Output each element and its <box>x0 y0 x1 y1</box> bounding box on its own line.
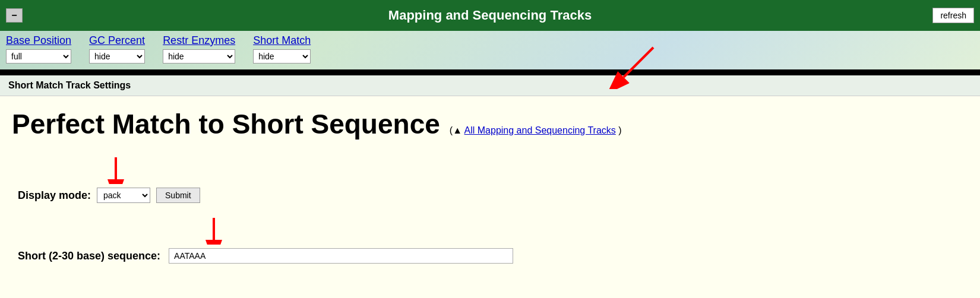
track-item-base-position: Base Position full hide dense <box>6 34 71 64</box>
title-link-group: (▲ All Mapping and Sequencing Tracks ) <box>450 125 622 136</box>
minus-icon: − <box>11 10 17 21</box>
collapse-button[interactable]: − <box>6 8 23 23</box>
display-mode-row: Display mode: pack hide dense full Submi… <box>18 188 968 203</box>
track-label-restr-enzymes[interactable]: Restr Enzymes <box>163 34 235 47</box>
arrow-sequence <box>196 215 232 245</box>
header-bar: − Mapping and Sequencing Tracks refresh <box>0 0 980 31</box>
page-title-row: Perfect Match to Short Sequence (▲ All M… <box>12 108 968 140</box>
title-link-suffix: ) <box>618 125 621 135</box>
track-item-gc-percent: GC Percent hide dense full <box>89 34 145 64</box>
track-select-restr-enzymes[interactable]: hide dense full <box>163 49 235 64</box>
track-select-base-position[interactable]: full hide dense <box>6 49 71 64</box>
refresh-button[interactable]: refresh <box>932 8 974 23</box>
header-title: Mapping and Sequencing Tracks <box>388 8 592 23</box>
settings-header: Short Match Track Settings <box>0 75 980 96</box>
page-title: Perfect Match to Short Sequence <box>12 108 440 140</box>
title-link-prefix: (▲ <box>450 125 462 135</box>
sequence-row: Short (2-30 base) sequence: <box>18 248 968 264</box>
track-label-base-position[interactable]: Base Position <box>6 34 71 47</box>
track-select-short-match[interactable]: hide dense full pack <box>253 49 311 64</box>
arrow-sequence-container <box>196 215 968 247</box>
display-mode-label: Display mode: <box>18 189 91 202</box>
main-content: Perfect Match to Short Sequence (▲ All M… <box>0 96 980 298</box>
all-tracks-link[interactable]: All Mapping and Sequencing Tracks <box>464 125 616 135</box>
sequence-label: Short (2-30 base) sequence: <box>18 250 160 262</box>
submit-button[interactable]: Submit <box>156 188 200 203</box>
sequence-input[interactable] <box>169 248 513 264</box>
track-controls: Base Position full hide dense GC Percent… <box>0 31 980 69</box>
track-select-gc-percent[interactable]: hide dense full <box>89 49 145 64</box>
track-item-restr-enzymes: Restr Enzymes hide dense full <box>163 34 235 64</box>
arrow-display-mode-container <box>98 154 968 186</box>
track-label-short-match[interactable]: Short Match <box>253 34 311 47</box>
display-mode-select[interactable]: pack hide dense full <box>97 188 150 203</box>
arrow-display-mode <box>98 154 134 184</box>
track-item-short-match: Short Match hide dense full pack <box>253 34 311 64</box>
settings-header-text: Short Match Track Settings <box>8 80 131 90</box>
track-label-gc-percent[interactable]: GC Percent <box>89 34 145 47</box>
black-divider <box>0 69 980 75</box>
